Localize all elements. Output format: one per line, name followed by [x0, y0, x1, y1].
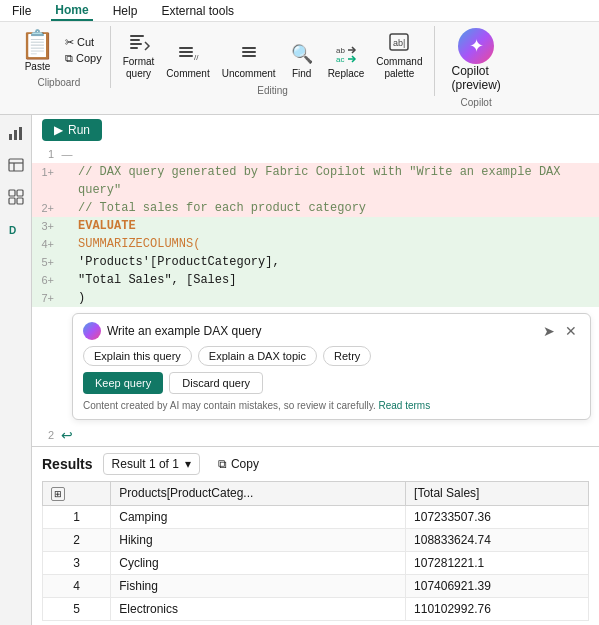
command-palette-button[interactable]: ab| Commandpalette: [372, 26, 426, 82]
results-table: ⊞ Products[ProductCateg... [Total Sales]…: [42, 481, 589, 621]
clipboard-top: 📋 Paste ✂ Cut ⧉ Copy: [14, 26, 104, 74]
code-line-3plus: 3+ EVALUATE: [32, 217, 599, 235]
line-number-2: 2: [32, 426, 60, 444]
line-number-3plus: 3+: [32, 217, 60, 235]
results-dropdown[interactable]: Result 1 of 1 ▾: [103, 453, 200, 475]
format-query-button[interactable]: Formatquery: [119, 26, 159, 82]
discard-query-button[interactable]: Discard query: [169, 372, 263, 394]
code-line-7plus: 7+ ): [32, 289, 599, 307]
table-row: 3 Cycling 107281221.1: [43, 551, 589, 574]
svg-rect-19: [19, 127, 22, 140]
replace-button[interactable]: ab ac Replace: [324, 38, 369, 82]
editing-group: Formatquery // Comment: [111, 26, 436, 96]
sidebar-dax-icon[interactable]: D: [4, 217, 28, 241]
editing-label: Editing: [257, 85, 288, 96]
row-col1: Cycling: [111, 551, 406, 574]
menu-file[interactable]: File: [8, 2, 35, 20]
copy-results-button[interactable]: ⧉ Copy: [210, 454, 267, 474]
svg-text://: //: [194, 53, 199, 62]
code-line-4plus: 4+ SUMMARIZECOLUMNS(: [32, 235, 599, 253]
code-editor[interactable]: 1 — 1+ // DAX query generated by Fabric …: [32, 145, 599, 307]
svg-rect-26: [17, 198, 23, 204]
comment-button[interactable]: // Comment: [162, 38, 213, 82]
cut-button[interactable]: ✂ Cut: [63, 35, 104, 50]
svg-rect-8: [242, 47, 256, 49]
uncomment-icon: [235, 40, 263, 68]
results-title: Results: [42, 456, 93, 472]
menu-external-tools[interactable]: External tools: [157, 2, 238, 20]
copy-icon: ⧉: [65, 52, 73, 65]
code-line-1plus: 1+ // DAX query generated by Fabric Copi…: [32, 163, 599, 199]
left-sidebar: D: [0, 115, 32, 625]
svg-rect-1: [130, 39, 140, 41]
row-num: 3: [43, 551, 111, 574]
replace-label: Replace: [328, 68, 365, 80]
row-col1: Hiking: [111, 528, 406, 551]
row-col1: Fishing: [111, 574, 406, 597]
code-line-5plus: 5+ 'Products'[ProductCategory],: [32, 253, 599, 271]
command-palette-label: Commandpalette: [376, 56, 422, 80]
editing-buttons: Formatquery // Comment: [119, 26, 427, 82]
copilot-suggestion-box: Write an example DAX query ➤ ✕ Explain t…: [72, 313, 591, 420]
code-line-1: 1 —: [32, 145, 599, 163]
menu-help[interactable]: Help: [109, 2, 142, 20]
line-number-2plus: 2+: [32, 199, 60, 217]
table-row: 4 Fishing 107406921.39: [43, 574, 589, 597]
clipboard-label: Clipboard: [14, 77, 104, 88]
cut-icon: ✂: [65, 36, 74, 49]
row-num: 5: [43, 597, 111, 620]
table-row: 2 Hiking 108833624.74: [43, 528, 589, 551]
line-content-6plus: "Total Sales", [Sales]: [74, 271, 599, 289]
row-num: 1: [43, 505, 111, 528]
table-row: 1 Camping 107233507.36: [43, 505, 589, 528]
explain-query-button[interactable]: Explain this query: [83, 346, 192, 366]
copilot-query-title: Write an example DAX query: [107, 324, 262, 338]
sidebar-table-icon[interactable]: [4, 153, 28, 177]
explain-dax-topic-button[interactable]: Explain a DAX topic: [198, 346, 317, 366]
svg-rect-6: [179, 55, 193, 57]
keep-query-button[interactable]: Keep query: [83, 372, 163, 394]
table-row: 5 Electronics 110102992.76: [43, 597, 589, 620]
read-terms-link[interactable]: Read terms: [379, 400, 431, 411]
svg-rect-5: [179, 51, 193, 53]
paste-button[interactable]: 📋 Paste: [14, 26, 61, 74]
line-number-1plus: 1+: [32, 163, 60, 199]
comment-icon: //: [174, 40, 202, 68]
row-num: 2: [43, 528, 111, 551]
row-col1: Electronics: [111, 597, 406, 620]
svg-rect-23: [9, 190, 15, 196]
line-number-7plus: 7+: [32, 289, 60, 307]
copilot-header: Write an example DAX query ➤ ✕: [83, 322, 580, 340]
svg-rect-9: [242, 51, 256, 53]
main-layout: D ▶ Run 1 — 1+ // DAX query generated by…: [0, 115, 599, 625]
sidebar-grid-icon[interactable]: [4, 185, 28, 209]
code-line-2plus: 2+ // Total sales for each product categ…: [32, 199, 599, 217]
copy-button[interactable]: ⧉ Copy: [63, 51, 104, 66]
results-result-label: Result 1 of 1: [112, 457, 179, 471]
line-content-1: [74, 145, 599, 163]
clipboard-group: 📋 Paste ✂ Cut ⧉ Copy Clipboard: [8, 26, 111, 88]
copilot-button[interactable]: ✦ Copilot(preview): [443, 26, 508, 94]
action-buttons: Keep query Discard query: [83, 372, 580, 394]
run-button[interactable]: ▶ Run: [42, 119, 102, 141]
code-line-2: 2 ↩: [32, 424, 599, 446]
copilot-close-button[interactable]: ✕: [562, 322, 580, 340]
th-col2: [Total Sales]: [406, 482, 589, 506]
run-label: Run: [68, 123, 90, 137]
retry-button[interactable]: Retry: [323, 346, 371, 366]
row-col1: Camping: [111, 505, 406, 528]
row-col2: 107281221.1: [406, 551, 589, 574]
format-query-icon: [125, 28, 153, 56]
menu-home[interactable]: Home: [51, 1, 92, 21]
copy-label: Copy: [76, 52, 102, 64]
find-button[interactable]: 🔍 Find: [284, 38, 320, 82]
copilot-mini-icon: [83, 322, 101, 340]
svg-text:ac: ac: [336, 55, 344, 64]
svg-rect-4: [179, 47, 193, 49]
command-palette-icon: ab|: [385, 28, 413, 56]
row-col2: 107233507.36: [406, 505, 589, 528]
uncomment-button[interactable]: Uncomment: [218, 38, 280, 82]
sidebar-chart-icon[interactable]: [4, 121, 28, 145]
copilot-send-button[interactable]: ➤: [540, 322, 558, 340]
line-marker-2: ↩: [60, 426, 74, 444]
